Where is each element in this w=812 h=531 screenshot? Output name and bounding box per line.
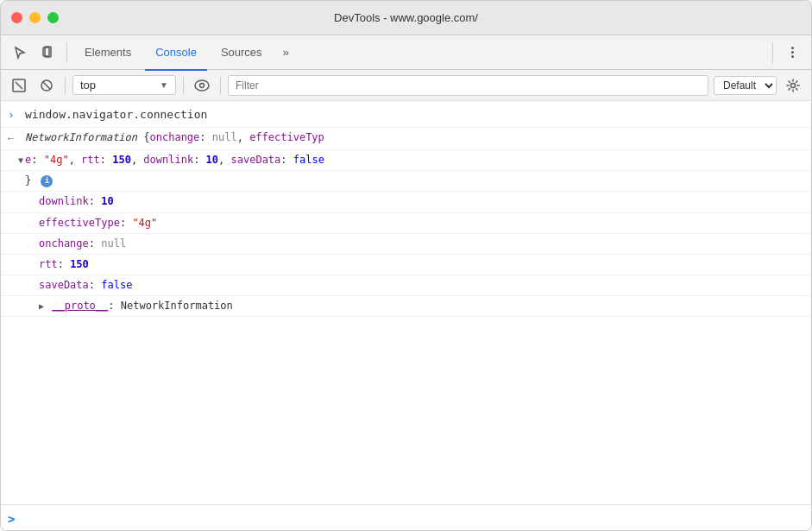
tab-elements[interactable]: Elements bbox=[74, 36, 142, 71]
svg-point-8 bbox=[791, 83, 796, 87]
closing-brace-content: } i bbox=[25, 173, 804, 189]
context-arrow-icon: ▼ bbox=[160, 80, 168, 90]
output-continued: ▼e: "4g", rtt: 150, downlink: 10, saveDa… bbox=[18, 152, 804, 168]
output-line-1: ← NetworkInformation {onchange: null, ef… bbox=[1, 128, 811, 150]
input-prefix: › bbox=[8, 106, 25, 125]
prop-downlink: downlink: 10 bbox=[1, 192, 811, 212]
prop-effectivetype: effectiveType: "4g" bbox=[1, 213, 811, 234]
menu-dot-3 bbox=[791, 55, 794, 58]
output-content: NetworkInformation {onchange: null, effe… bbox=[25, 130, 804, 146]
console-input-line: › window.navigator.connection bbox=[1, 104, 811, 128]
tab-sources[interactable]: Sources bbox=[211, 36, 273, 71]
log-level-select[interactable]: Default bbox=[714, 76, 777, 95]
prop-proto-content: ▶ __proto__: NetworkInformation bbox=[39, 298, 804, 314]
more-tabs-button[interactable]: » bbox=[276, 42, 296, 62]
svg-rect-1 bbox=[45, 47, 51, 57]
console-settings-icon[interactable] bbox=[782, 74, 804, 97]
window-title: DevTools - www.google.com/ bbox=[334, 11, 478, 24]
prop-onchange-content: onchange: null bbox=[39, 236, 804, 252]
console-divider-1 bbox=[65, 77, 66, 94]
context-label: top bbox=[80, 79, 96, 92]
filter-input[interactable] bbox=[228, 75, 708, 96]
console-output: › window.navigator.connection ← NetworkI… bbox=[1, 101, 811, 504]
minimize-button[interactable] bbox=[29, 12, 41, 23]
console-input-field[interactable] bbox=[22, 513, 804, 525]
clear-console-button[interactable] bbox=[8, 74, 30, 97]
cursor-tool-icon[interactable] bbox=[8, 41, 32, 65]
output-closing-brace: } i bbox=[1, 171, 811, 192]
prop-onchange: onchange: null bbox=[1, 234, 811, 255]
console-divider-3 bbox=[220, 77, 221, 94]
devtools-main: Elements Console Sources » bbox=[1, 35, 811, 531]
proto-expand-arrow[interactable]: ▶ bbox=[39, 301, 44, 311]
close-button[interactable] bbox=[11, 12, 22, 23]
maximize-button[interactable] bbox=[47, 12, 59, 23]
prop-proto: ▶ __proto__: NetworkInformation bbox=[1, 296, 811, 317]
svg-rect-0 bbox=[43, 47, 49, 56]
prop-downlink-content: downlink: 10 bbox=[39, 193, 804, 210]
toolbar-divider-1 bbox=[66, 42, 67, 63]
output-line-2: ▼e: "4g", rtt: 150, downlink: 10, saveDa… bbox=[1, 150, 811, 171]
input-prompt: > bbox=[8, 512, 15, 526]
console-toolbar: top ▼ Default bbox=[1, 70, 811, 101]
menu-dot-2 bbox=[791, 51, 794, 54]
toolbar-divider-2 bbox=[772, 42, 773, 63]
svg-point-6 bbox=[195, 80, 209, 91]
svg-point-7 bbox=[200, 83, 205, 87]
console-divider-2 bbox=[183, 77, 184, 94]
tab-console[interactable]: Console bbox=[145, 36, 207, 71]
titlebar: DevTools - www.google.com/ bbox=[1, 1, 811, 35]
devtools-menu-button[interactable] bbox=[780, 41, 804, 65]
prop-rtt: rtt: 150 bbox=[1, 255, 811, 275]
svg-line-3 bbox=[16, 82, 22, 89]
prop-rtt-content: rtt: 150 bbox=[39, 256, 804, 273]
expand-arrow[interactable]: ▼ bbox=[18, 155, 23, 165]
output-prefix: ← bbox=[8, 130, 25, 148]
responsive-tool-icon[interactable] bbox=[35, 41, 60, 65]
menu-dot-1 bbox=[791, 47, 794, 49]
window-controls bbox=[11, 12, 59, 23]
devtools-toolbar: Elements Console Sources » bbox=[1, 35, 811, 70]
info-icon[interactable]: i bbox=[41, 175, 53, 187]
context-selector[interactable]: top ▼ bbox=[72, 75, 176, 95]
prop-effectivetype-content: effectiveType: "4g" bbox=[39, 215, 804, 231]
console-input-area: > bbox=[1, 504, 811, 531]
prop-savedata: saveData: false bbox=[1, 275, 811, 296]
prohibit-icon[interactable] bbox=[35, 74, 58, 97]
eye-icon[interactable] bbox=[191, 74, 213, 97]
input-expression[interactable]: window.navigator.connection bbox=[25, 106, 804, 124]
svg-line-5 bbox=[43, 81, 51, 89]
prop-savedata-content: saveData: false bbox=[39, 277, 804, 294]
